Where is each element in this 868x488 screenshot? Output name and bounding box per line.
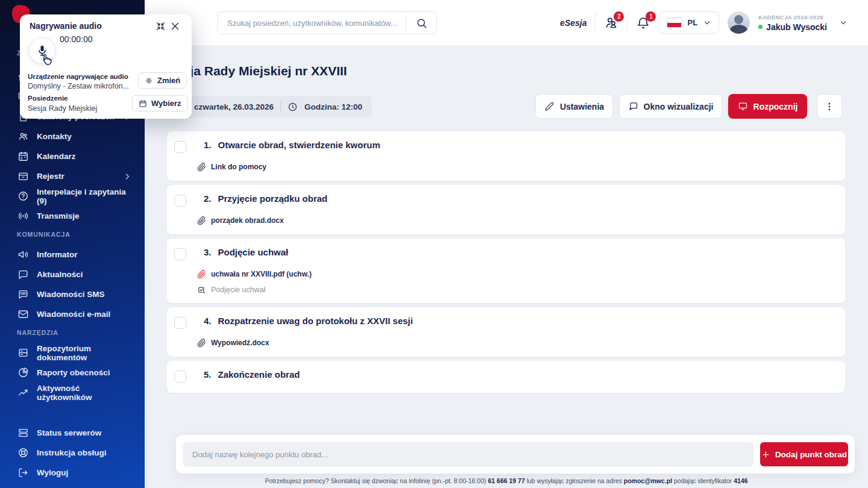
agenda-item-checkbox[interactable] (174, 371, 186, 383)
attachment-link[interactable]: porządek obrad.docx (197, 213, 284, 228)
question-circle-icon (17, 190, 29, 202)
window-plus-icon (628, 101, 638, 111)
sidebar-item-informator[interactable]: Informator (0, 245, 145, 264)
change-device-button[interactable]: Zmień (138, 72, 187, 89)
search-icon[interactable] (406, 17, 436, 29)
new-agenda-item-input[interactable] (183, 442, 753, 466)
sidebar-item-wiadomosci-email[interactable]: Wiadomości e-mail (0, 304, 145, 324)
broadcast-icon (17, 210, 29, 222)
agenda-item-checkbox[interactable] (174, 195, 186, 207)
paperclip-icon (197, 216, 206, 225)
megaphone-icon (17, 249, 29, 261)
agenda-item-2: 2.Przyjęcie porządku obrad porządek obra… (167, 185, 845, 234)
sidebar-item-wyloguj[interactable]: Wyloguj (0, 463, 145, 483)
sidebar-item-interpelacje[interactable]: Interpelacje i zapytania (9) (0, 186, 145, 206)
more-options-button[interactable] (817, 94, 842, 119)
gear-icon (145, 77, 153, 85)
agenda-item-checkbox[interactable] (174, 248, 186, 260)
sidebar-item-kontakty[interactable]: Kontakty (0, 127, 145, 146)
device-value: Domyślny - Zestaw mikrofon... (28, 82, 129, 90)
nav-section-narzedzia: NARZĘDZIA (0, 329, 145, 336)
user-info: KADENCJA 2024-2029 Jakub Wysocki (758, 14, 827, 32)
agenda-item-checkbox[interactable] (174, 141, 186, 153)
calendar-icon (139, 99, 147, 108)
agenda-item-title: 2.Przyjęcie porządku obrad (204, 193, 327, 204)
logout-icon (17, 467, 29, 479)
pie-chart-icon (17, 367, 29, 379)
envelope-icon (17, 308, 29, 321)
lifebuoy-icon (17, 447, 29, 459)
agenda-item-title: 1.Otwarcie obrad, stwierdzenie kworum (204, 140, 380, 150)
online-status-dot (758, 25, 763, 29)
meeting-label: Posiedzenie (28, 95, 68, 102)
agenda-item-3: 3.Podjęcie uchwał uchwała nr XXVIII.pdf … (167, 239, 845, 303)
sidebar-item-rejestr[interactable]: Rejestr (0, 166, 145, 186)
poland-flag-icon (667, 17, 682, 28)
agenda-item-title: 4.Rozpatrzenie uwag do protokołu z XXVII… (204, 316, 413, 326)
language-code: PL (687, 18, 697, 27)
minimize-icon[interactable] (156, 21, 166, 31)
recording-timer: 00:00:00 (60, 34, 93, 44)
global-search (217, 11, 437, 34)
agenda-item-title: 5.Zakończenie obrad (204, 369, 300, 380)
esesja-app: ZARZĄDZANIE Pulpit Posiedzenia Szablony … (0, 0, 868, 488)
user-avatar[interactable] (728, 11, 750, 34)
header-right-cluster: eSesja 2 1 PL KADENCJA 2024-2029 Jakub W… (560, 0, 848, 45)
sidebar-item-transmisje[interactable]: Transmisje (0, 206, 145, 226)
sidebar-item-raporty[interactable]: Raporty obecności (0, 363, 145, 383)
line-chart-icon (17, 387, 29, 399)
user-menu-chevron[interactable] (839, 19, 848, 27)
add-agenda-item-bar: Dodaj punkt obrad (176, 435, 855, 474)
clock-icon (288, 102, 298, 112)
help-id: 4146 (734, 477, 747, 484)
nav-spacer (0, 402, 145, 423)
archive-icon (17, 170, 29, 183)
sidebar-item-kalendarz[interactable]: Kalendarz (0, 146, 145, 166)
attachment-link[interactable]: Link do pomocy (197, 159, 266, 175)
session-date: czwartek, 26.03.2026 (194, 102, 274, 111)
sidebar-item-wiadomosci-sms[interactable]: SMS Wiadomości SMS (0, 284, 145, 304)
term-label: KADENCJA 2024-2029 (758, 14, 827, 20)
add-agenda-item-button[interactable]: Dodaj punkt obrad (760, 442, 848, 466)
start-session-button[interactable]: Rozpocznij (728, 94, 807, 119)
audio-recording-popup: Nagrywanie audio 00:00:00 Urządzenie nag… (20, 14, 192, 119)
plus-icon (761, 450, 770, 459)
select-meeting-button[interactable]: Wybierz (132, 95, 188, 111)
settings-button[interactable]: Ustawienia (535, 94, 613, 119)
contacts-icon (17, 131, 29, 143)
popup-title: Nagrywanie audio (30, 21, 102, 31)
sidebar-item-aktywnosc[interactable]: Aktywność użytkowników (0, 383, 145, 402)
bell-icon[interactable]: 1 (636, 16, 650, 30)
chevron-right-icon (123, 172, 131, 181)
paperclip-icon (197, 270, 206, 279)
language-selector[interactable]: PL (659, 11, 719, 34)
sidebar-item-aktualnosci[interactable]: Aktualności (0, 264, 145, 284)
agenda-item-1: 1.Otwarcie obrad, stwierdzenie kworum Li… (167, 131, 845, 181)
sidebar-item-instrukcja[interactable]: Instrukcja obsługi (0, 443, 145, 463)
hand-cursor-icon (38, 52, 54, 69)
header-divider (595, 12, 596, 34)
online-users-icon[interactable]: 2 (604, 16, 618, 30)
svg-text:SMS: SMS (20, 292, 26, 295)
chevron-down-icon (703, 19, 711, 27)
sidebar-item-repozytorium[interactable]: Repozytorium dokumentów (0, 343, 145, 363)
attachment-link[interactable]: uchwała nr XXVIII.pdf (uchw.) (197, 266, 312, 282)
agenda-item-checkbox[interactable] (174, 317, 186, 329)
visualization-window-button[interactable]: Okno wizualizacji (619, 94, 722, 119)
users-badge: 2 (614, 11, 624, 22)
voting-item[interactable]: Podjęcie uchwał (197, 282, 312, 298)
agenda-item-4: 4.Rozpatrzenie uwag do protokołu z XXVII… (167, 307, 845, 357)
esesja-brand: eSesja (560, 18, 587, 28)
help-email[interactable]: pomoc@mwc.pl (624, 477, 672, 484)
repository-icon (17, 347, 29, 359)
monitor-icon (738, 101, 748, 111)
attachment-link[interactable]: Wypowiedź.docx (197, 335, 269, 351)
sidebar-item-status-serwerow[interactable]: Status serwerów (0, 423, 145, 443)
help-footer: Potrzebujesz pomocy? Skontaktuj się dzwo… (145, 477, 868, 484)
search-input[interactable] (218, 19, 406, 28)
help-phone: 61 666 19 77 (488, 477, 524, 484)
kebab-menu-icon (824, 101, 835, 112)
header-divider (627, 12, 627, 34)
agenda-item-5: 5.Zakończenie obrad (167, 361, 845, 393)
close-icon[interactable] (170, 21, 180, 31)
